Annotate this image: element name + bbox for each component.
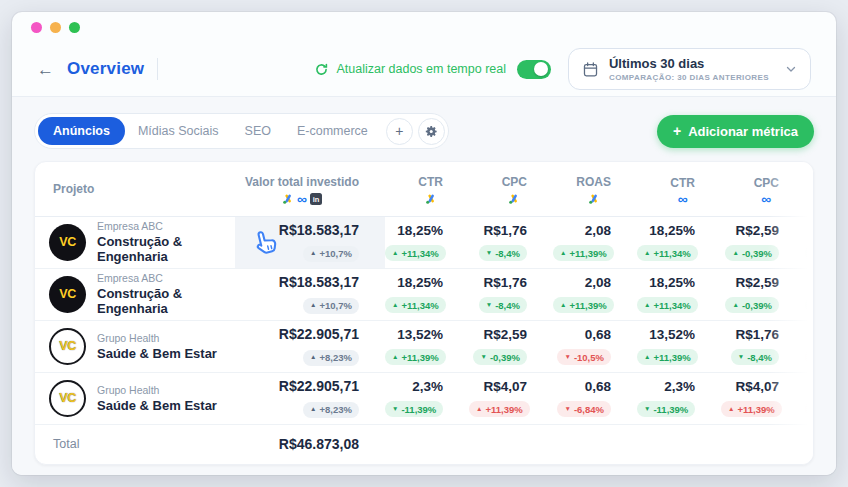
window-zoom-dot[interactable]: [69, 22, 80, 33]
date-range-selector[interactable]: Últimos 30 dias COMPARAÇÃO: 30 DIAS ANTE…: [568, 48, 811, 90]
delta-arrow-icon: ▲: [310, 406, 316, 413]
delta-badge: ▼ -6,84%: [557, 401, 611, 417]
metric-value: R$18.583,17: [235, 274, 359, 290]
delta-arrow-icon: ▼: [644, 406, 650, 413]
add-tab-button[interactable]: +: [386, 118, 413, 145]
metric-value: R$1,76: [721, 327, 779, 342]
avatar: VC: [49, 380, 86, 417]
delta-badge: ▼ -11,39%: [637, 401, 695, 417]
project-column-header: Projeto: [35, 162, 235, 216]
metric-value: 2,08: [805, 223, 813, 238]
delta-arrow-icon: ▼: [486, 250, 492, 257]
metric-cell: 13,52% ▲ +11,39%: [637, 320, 721, 372]
metric-cell: R$1,76 ▼ -8,4%: [469, 216, 553, 268]
delta-badge: ▲ +8,23%: [303, 350, 359, 366]
project-segment: Saúde & Bem Estar: [97, 346, 217, 361]
metric-cell: 2,3% ▼ -11,39%: [637, 372, 721, 424]
table-row[interactable]: VC Empresa ABC Construção & Engenharia: [35, 216, 813, 268]
window-minimize-dot[interactable]: [50, 22, 61, 33]
metric-cell: 2,08 ▲ +11,39%: [553, 216, 637, 268]
delta-arrow-icon: ▲: [644, 302, 650, 309]
metric-value: R$22.905,71: [235, 378, 359, 394]
linkedin-icon: in: [310, 193, 322, 205]
metric-cell: 0,68 ▼ -6,84%: [805, 372, 813, 424]
google-ads-icon: [282, 193, 294, 205]
metric-cell: 0,68 ▼ -10,5%: [805, 320, 813, 372]
metric-cell: R$22.905,71 ▲ +8,23%: [235, 372, 385, 424]
delta-badge: ▲ +10,7%: [303, 246, 359, 262]
metric-value: R$4,07: [721, 379, 779, 394]
delta-arrow-icon: ▲: [812, 302, 813, 309]
metric-cell: 0,68 ▼ -10,5%: [553, 320, 637, 372]
metric-cell: R$18.583,17 ▲ +10,7%: [235, 216, 385, 268]
add-metric-button[interactable]: + Adicionar métrica: [657, 115, 814, 148]
metric-column-header: ROAS: [553, 162, 637, 216]
metric-cell: R$4,07 ▲ +11,39%: [721, 372, 805, 424]
delta-badge: ▲ -0,39%: [725, 297, 779, 313]
metric-value: 18,25%: [385, 223, 443, 238]
metric-value: 2,3%: [385, 379, 443, 394]
topbar: ← Overview Atualizar dados em tempo real…: [12, 42, 836, 96]
calendar-icon: [582, 61, 599, 78]
delta-arrow-icon: ▼: [738, 354, 744, 361]
delta-badge: ▼ -8,4%: [479, 245, 527, 261]
gear-icon[interactable]: [418, 118, 445, 145]
tab[interactable]: Mídias Sociais: [125, 117, 232, 145]
delta-arrow-icon: ▲: [732, 302, 738, 309]
content-area: Anúncios Mídias Sociais SEO E-commerce +…: [12, 96, 836, 475]
delta-arrow-icon: ▼: [812, 406, 813, 413]
back-button[interactable]: ←: [37, 61, 54, 78]
delta-badge: ▲ +11,34%: [637, 297, 698, 313]
window-close-dot[interactable]: [31, 22, 42, 33]
delta-badge: ▼ -6,84%: [805, 401, 813, 417]
realtime-toggle-group[interactable]: Atualizar dados em tempo real: [315, 60, 551, 79]
avatar: VC: [49, 276, 86, 313]
avatar: VC: [49, 224, 86, 261]
delta-arrow-icon: ▼: [480, 354, 486, 361]
project-cell: VC Grupo Health Saúde & Bem Estar: [35, 320, 235, 372]
tab[interactable]: Anúncios: [38, 117, 125, 145]
metric-value: 2,3%: [637, 379, 695, 394]
tab[interactable]: E-commerce: [284, 117, 381, 145]
metric-cell: R$22.905,71 ▲ +8,23%: [235, 320, 385, 372]
table-scroll-area[interactable]: Projeto Valor total investido ∞in: [35, 162, 813, 464]
company-name: Empresa ABC: [97, 220, 235, 232]
metrics-table-card: Projeto Valor total investido ∞in: [34, 161, 814, 465]
google-ads-icon: [588, 193, 600, 205]
total-value: R$46.873,08: [235, 436, 359, 452]
delta-badge: ▼ -11,39%: [385, 401, 443, 417]
metric-cell: 2,3% ▼ -11,39%: [385, 372, 469, 424]
metric-value: 0,68: [553, 379, 611, 394]
project-cell: VC Empresa ABC Construção & Engenharia: [35, 216, 235, 268]
delta-arrow-icon: ▼: [812, 354, 813, 361]
delta-arrow-icon: ▲: [732, 250, 738, 257]
delta-arrow-icon: ▲: [310, 302, 316, 309]
project-segment: Construção & Engenharia: [97, 234, 235, 264]
metrics-table: Projeto Valor total investido ∞in: [35, 162, 813, 464]
metric-cell: 18,25% ▲ +11,34%: [385, 268, 469, 320]
metric-cell: 2,08 ▲ +11,39%: [805, 216, 813, 268]
metric-value: 13,52%: [385, 327, 443, 342]
metric-value: R$22.905,71: [235, 326, 359, 342]
table-row[interactable]: VC Empresa ABC Construção & Engenharia: [35, 268, 813, 320]
metric-value: R$4,07: [469, 379, 527, 394]
avatar: VC: [49, 328, 86, 365]
app-window: ← Overview Atualizar dados em tempo real…: [12, 12, 836, 475]
metric-value: 0,68: [805, 327, 813, 342]
toggle-knob: [534, 62, 548, 76]
metric-value: 0,68: [553, 327, 611, 342]
metric-column-header: ROAS ∞: [805, 162, 813, 216]
tab[interactable]: SEO: [232, 117, 284, 145]
delta-badge: ▲ +11,34%: [385, 245, 446, 261]
delta-badge: ▲ +11,39%: [553, 245, 614, 261]
delta-badge: ▼ -0,39%: [473, 349, 527, 365]
delta-arrow-icon: ▲: [392, 250, 398, 257]
metric-value: R$1,76: [469, 223, 527, 238]
total-row: Total R$46.873,08: [35, 424, 813, 464]
table-row[interactable]: VC Grupo Health Saúde & Bem Estar: [35, 372, 813, 424]
metric-value: 18,25%: [385, 275, 443, 290]
delta-arrow-icon: ▼: [564, 354, 570, 361]
table-row[interactable]: VC Grupo Health Saúde & Bem Estar: [35, 320, 813, 372]
realtime-toggle[interactable]: [517, 60, 551, 79]
page-title: Overview: [67, 59, 144, 79]
